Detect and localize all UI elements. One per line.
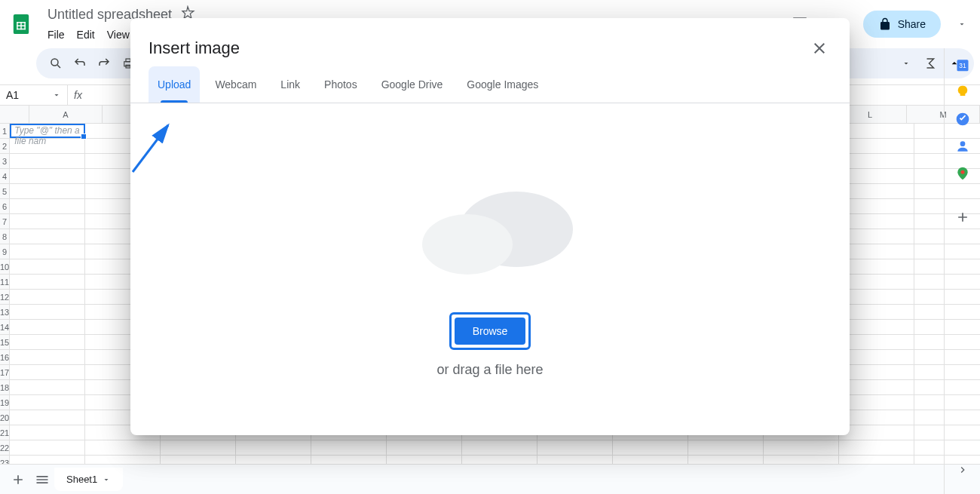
tab-link[interactable]: Link: [271, 66, 309, 103]
close-icon: [810, 39, 828, 57]
tab-webcam[interactable]: Webcam: [206, 66, 265, 103]
svg-point-19: [422, 214, 513, 275]
modal-tabs: Upload Webcam Link Photos Google Drive G…: [130, 66, 850, 103]
tab-google-images[interactable]: Google Images: [458, 66, 547, 103]
close-button[interactable]: [807, 36, 831, 60]
tab-photos[interactable]: Photos: [315, 66, 366, 103]
tab-google-drive[interactable]: Google Drive: [372, 66, 452, 103]
browse-button[interactable]: Browse: [455, 318, 526, 345]
cloud-upload-icon: [392, 161, 588, 282]
upload-area[interactable]: Browse or drag a file here: [130, 103, 850, 435]
modal-overlay: Insert image Upload Webcam Link Photos G…: [0, 0, 980, 494]
browse-button-outline: Browse: [449, 312, 531, 350]
tab-upload[interactable]: Upload: [149, 66, 200, 103]
insert-image-dialog: Insert image Upload Webcam Link Photos G…: [130, 18, 850, 435]
modal-title: Insert image: [149, 38, 240, 58]
drag-hint-text: or drag a file here: [436, 362, 543, 378]
